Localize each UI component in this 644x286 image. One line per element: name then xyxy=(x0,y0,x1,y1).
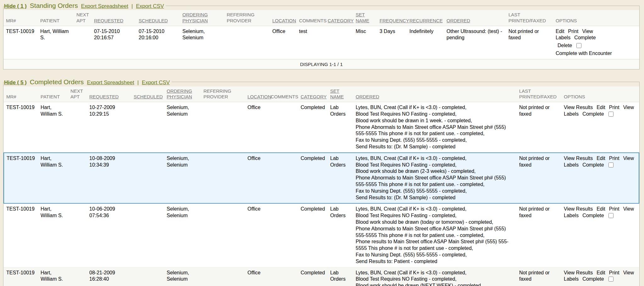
standing-export-csv-link[interactable]: Export CSV xyxy=(136,3,164,9)
print-link[interactable]: Print xyxy=(609,270,619,275)
column-header-set-name: SET NAME xyxy=(353,10,377,26)
cell-set-name: Misc xyxy=(353,26,377,59)
column-header-patient: PATIENT xyxy=(38,86,68,102)
cell-patient: Hart, William S. xyxy=(38,153,68,204)
cell-patient: Hart, William S. xyxy=(38,203,68,267)
options-line-2: Delete xyxy=(556,42,637,49)
cell-ordering-physician: Selenium, Selenium xyxy=(180,26,224,59)
sort-location-link[interactable]: LOCATION xyxy=(272,18,296,23)
sort-ordered-link[interactable]: ORDERED xyxy=(447,18,470,23)
ordered-item: Fax to Nursing Dept. (555) 555-5555 - co… xyxy=(356,188,514,195)
standing-hide-toggle-link[interactable]: Hide ( 1 ) xyxy=(4,3,27,9)
delete-link[interactable]: Delete xyxy=(558,43,572,48)
cell-ordered: Other Ultrasound: (test) - pending xyxy=(444,26,506,59)
ordered-item: Lytes, BUN, Creat (Call if K+ is <3.0) -… xyxy=(356,104,514,111)
edit-link[interactable]: Edit xyxy=(556,29,564,34)
order-checkbox[interactable] xyxy=(608,112,613,117)
cell-scheduled: 07-15-2010 20:16:00 xyxy=(136,26,180,59)
edit-link[interactable]: Edit xyxy=(597,156,605,161)
cell-scheduled xyxy=(131,203,164,267)
complete-link[interactable]: Complete xyxy=(582,111,604,117)
edit-link[interactable]: Edit xyxy=(597,206,605,212)
edit-link[interactable]: Edit xyxy=(597,270,605,275)
column-header-last-printed-faxed: LAST PRINTED/FAXED xyxy=(517,86,561,102)
ordered-item: Blood work should be drawn (today or tom… xyxy=(356,219,514,226)
cell-referring-provider xyxy=(201,102,245,153)
sort-requested-link[interactable]: REQUESTED xyxy=(94,18,123,23)
sort-ordered-link[interactable]: ORDERED xyxy=(356,94,379,99)
column-header-ordered: ORDERED xyxy=(444,10,506,26)
order-checkbox[interactable] xyxy=(576,43,581,48)
cell-ordered: Lytes, BUN, Creat (Call if K+ is <3.0) -… xyxy=(353,267,517,286)
complete-link[interactable]: Complete xyxy=(582,213,604,218)
cell-location: Office xyxy=(245,267,268,286)
ordered-item: Blood Test Requires NO Fasting - complet… xyxy=(356,162,514,168)
cell-next-apt xyxy=(74,26,92,59)
print-link[interactable]: Print xyxy=(609,156,619,161)
cell-comments xyxy=(268,203,298,267)
cell-requested: 07-15-2010 20:16:57 xyxy=(92,26,136,59)
complete-link[interactable]: Complete xyxy=(574,35,596,40)
complete-link[interactable]: Complete xyxy=(582,276,604,282)
sort-requested-link[interactable]: REQUESTED xyxy=(89,94,119,99)
order-checkbox[interactable] xyxy=(608,277,613,282)
standing-orders-legend: Hide ( 1 ) Standing Orders Export Spread… xyxy=(3,2,166,9)
cell-options: View ResultsEditPrintView LabelsComplete xyxy=(561,102,639,153)
view-results-link[interactable]: View Results xyxy=(564,270,593,275)
paging-status: DISPLAYING 1-1 / 1 xyxy=(3,59,639,69)
view-results-link[interactable]: View Results xyxy=(564,105,593,110)
options-line-3: Complete with Encounter xyxy=(556,50,637,57)
ordered-item: Send Results to: (Dr. M Sample) - comple… xyxy=(356,144,514,150)
order-checkbox[interactable] xyxy=(608,162,613,168)
column-header-referring-provider: REFERRING PROVIDER xyxy=(224,10,270,26)
sort-set-name-link[interactable]: SET NAME xyxy=(356,12,369,23)
column-header-patient: PATIENT xyxy=(38,10,74,26)
print-link[interactable]: Print xyxy=(568,29,579,34)
completed-orders-table: MR# PATIENT NEXT APT REQUESTED SCHEDULED… xyxy=(3,86,639,286)
print-link[interactable]: Print xyxy=(609,105,619,110)
print-link[interactable]: Print xyxy=(609,206,619,212)
view-results-link[interactable]: View Results xyxy=(564,156,593,161)
cell-scheduled xyxy=(131,102,164,153)
edit-link[interactable]: Edit xyxy=(597,105,605,110)
cell-last-printed-faxed: Not printed or faxed xyxy=(517,267,561,286)
completed-order-row: TEST-10019 Hart, William S. 08-21-2009 1… xyxy=(4,267,639,286)
sort-category-link[interactable]: CATEGORY xyxy=(328,18,354,23)
ordered-item: Send Results to: (Dr. M Sample) - comple… xyxy=(356,195,514,201)
ordered-item: Lytes, BUN, Creat (Call if K+ is <3.0) -… xyxy=(356,206,514,212)
cell-patient: Hart, William S. xyxy=(38,267,68,286)
ordered-item: Blood Test Requires NO Fasting - complet… xyxy=(356,276,514,283)
sort-recurrence-link[interactable]: RECURRENCE xyxy=(409,18,443,23)
cell-ordering-physician: Selenium, Selenium xyxy=(164,203,201,267)
complete-link[interactable]: Complete xyxy=(582,162,604,168)
completed-hide-toggle-link[interactable]: Hide ( 5 ) xyxy=(4,80,27,86)
sort-location-link[interactable]: LOCATION xyxy=(247,94,271,99)
cell-category: Completed xyxy=(298,153,328,204)
cell-set-name: Lab Orders xyxy=(328,153,353,204)
sort-scheduled-link[interactable]: SCHEDULED xyxy=(139,18,168,23)
column-header-mr: MR# xyxy=(3,10,38,26)
cell-category: Completed xyxy=(298,203,328,267)
sort-frequency-link[interactable]: FREQUENCY xyxy=(380,18,409,23)
sort-ordering-physician-link[interactable]: ORDERING PHYSICIAN xyxy=(182,12,208,23)
view-results-link[interactable]: View Results xyxy=(564,206,593,212)
cell-options: EditPrintView LabelsComplete Delete Comp… xyxy=(553,26,639,59)
completed-export-spreadsheet-link[interactable]: Export Spreadsheet xyxy=(87,80,134,86)
column-header-ordered: ORDERED xyxy=(353,86,517,102)
column-header-frequency: FREQUENCY xyxy=(377,10,407,26)
ordered-item: Blood work should be drawn (NEXT WEEK) -… xyxy=(356,283,514,286)
sort-set-name-link[interactable]: SET NAME xyxy=(330,88,344,100)
cell-options: View ResultsEditPrintView LabelsComplete xyxy=(561,267,639,286)
order-checkbox[interactable] xyxy=(608,213,613,218)
column-header-last-printed-faxed: LAST PRINTED/FAXED xyxy=(506,10,553,26)
column-header-set-name: SET NAME xyxy=(328,86,353,102)
ordered-item: Fax to Nursing Dept. (555) 555-5555 - co… xyxy=(356,137,514,144)
sort-ordering-physician-link[interactable]: ORDERING PHYSICIAN xyxy=(167,88,192,100)
sort-category-link[interactable]: CATEGORY xyxy=(301,94,327,99)
complete-with-encounter-link[interactable]: Complete with Encounter xyxy=(556,51,612,56)
sort-scheduled-link[interactable]: SCHEDULED xyxy=(134,94,163,99)
standing-export-spreadsheet-link[interactable]: Export Spreadsheet xyxy=(81,3,128,9)
cell-referring-provider xyxy=(201,153,245,204)
column-header-scheduled: SCHEDULED xyxy=(131,86,164,102)
completed-export-csv-link[interactable]: Export CSV xyxy=(142,80,170,86)
